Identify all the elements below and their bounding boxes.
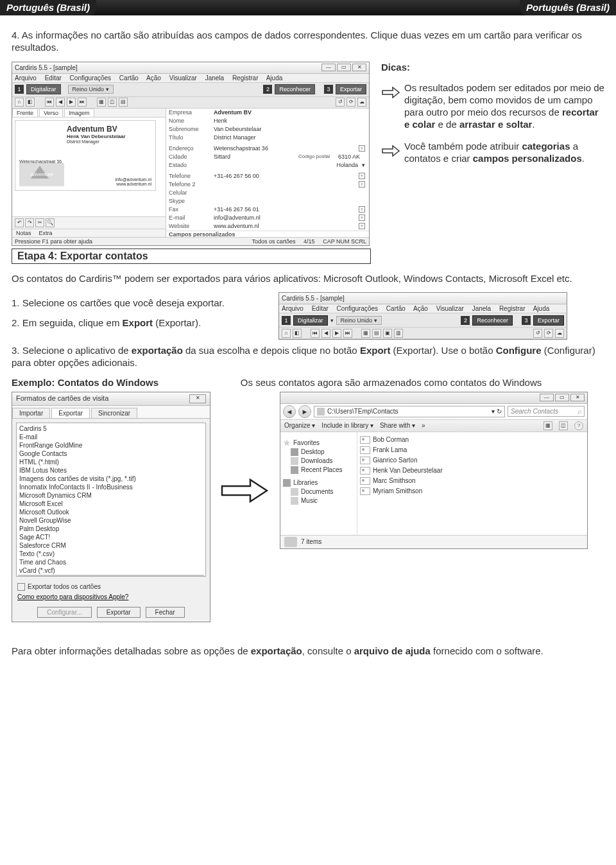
export-format-item[interactable]: Sage ACT! — [18, 533, 204, 541]
mini-menu-acao[interactable]: Ação — [413, 305, 428, 312]
tab-imagem[interactable]: Imagem — [64, 109, 94, 117]
nav-refresh-icon[interactable]: ↺ — [336, 98, 345, 107]
nav-vcard-icon[interactable]: ◫ — [108, 98, 117, 107]
nav-prev-icon[interactable]: ◀ — [56, 98, 65, 107]
export-format-item[interactable]: IBM Lotus Notes — [18, 466, 204, 475]
mini-nav-card-icon[interactable]: ▣ — [383, 329, 392, 338]
mini-nav-first-icon[interactable]: ⏮ — [311, 329, 320, 338]
export-format-item[interactable]: HTML (*.html) — [18, 458, 204, 466]
export-close-button[interactable]: ✕ — [189, 394, 206, 403]
country-dropdown[interactable]: Reino Unido ▾ — [68, 85, 114, 94]
menu-arquivo[interactable]: Arquivo — [15, 74, 37, 82]
nav-libraries[interactable]: Libraries — [293, 479, 318, 486]
card-tabs[interactable]: Frente Verso Imagem — [12, 109, 166, 118]
help-icon[interactable]: ? — [574, 421, 583, 430]
apple-export-link[interactable]: Como exporto para dispositivos Apple? — [17, 593, 205, 600]
nav-grid-icon[interactable]: ▦ — [97, 98, 106, 107]
export-format-item[interactable]: Innomatix InfoContacts II - InfoBusiness — [18, 483, 204, 491]
add-phone2-icon[interactable]: + — [359, 181, 365, 188]
val-codpostal[interactable]: 6310 AK — [338, 153, 369, 160]
nav-downloads[interactable]: Downloads — [301, 457, 332, 464]
mini-nav-last-icon[interactable]: ⏭ — [343, 329, 352, 338]
mini-menu-cartao[interactable]: Cartão — [386, 305, 406, 312]
nav-home-icon[interactable]: ⌂ — [15, 98, 24, 107]
mini-menu-config[interactable]: Configurações — [337, 305, 378, 312]
mini-menu-visualizar[interactable]: Visualizar — [436, 305, 464, 312]
menu-editar[interactable]: Editar — [45, 74, 62, 82]
add-phone-icon[interactable]: + — [359, 173, 365, 179]
view-options-icon[interactable]: ▦ — [543, 421, 552, 430]
breadcrumb[interactable]: C:\Users\TEmp\Contacts ▾ ↻ — [314, 406, 505, 417]
share-menu[interactable]: Share with ▾ — [380, 422, 415, 429]
menu-registrar[interactable]: Registrar — [232, 74, 259, 82]
exp-close-button[interactable]: ✕ — [570, 394, 585, 401]
menubar[interactable]: Arquivo Editar Configurações Cartão Ação… — [12, 74, 369, 83]
mini-nav-sync-icon[interactable]: ⟳ — [544, 329, 553, 338]
exp-maximize-button[interactable]: ▭ — [555, 394, 569, 401]
val-sobrenome[interactable]: Van Debeurstelaar — [211, 126, 369, 132]
export-format-item[interactable]: Windows Contacts — [18, 575, 204, 577]
mini-menu-ajuda[interactable]: Ajuda — [533, 305, 550, 312]
val-cidade[interactable]: Sittard — [211, 153, 293, 160]
tab-notas[interactable]: Notas — [12, 229, 35, 237]
mini-menu-arquivo[interactable]: Arquivo — [282, 305, 304, 312]
val-telefone[interactable]: +31-46 267 56 00 — [211, 173, 359, 179]
val-endereco[interactable]: Wetenschapstraat 36 — [211, 145, 359, 152]
menu-acao[interactable]: Ação — [146, 74, 161, 82]
val-nome[interactable]: Henk — [211, 118, 369, 124]
tab-frente[interactable]: Frente — [12, 109, 38, 117]
mini-nav-prev-icon[interactable]: ◀ — [321, 329, 330, 338]
nav-split-icon[interactable]: ◧ — [26, 98, 35, 107]
zoom-icon[interactable]: 🔍 — [46, 218, 55, 227]
contact-item[interactable]: Marc Smithson — [360, 476, 585, 486]
nav-desktop[interactable]: Desktop — [301, 448, 325, 455]
nav-cloud-icon[interactable]: ☁ — [357, 98, 366, 107]
export-format-item[interactable]: Time and Chaos — [18, 558, 204, 566]
menu-cartao[interactable]: Cartão — [119, 74, 139, 82]
export-format-list[interactable]: Cardiris 5E-mailFrontRange GoldMineGoogl… — [16, 423, 206, 577]
contact-item[interactable]: Myriam Smithson — [360, 486, 585, 496]
preview-pane-icon[interactable]: ◫ — [559, 421, 568, 430]
tab-exportar[interactable]: Exportar — [51, 408, 90, 418]
nav-detail-icon[interactable]: ▤ — [119, 98, 128, 107]
val-pais[interactable]: Holanda — [336, 162, 358, 168]
organize-menu[interactable]: Organize ▾ — [284, 422, 315, 429]
export-format-item[interactable]: Salesforce CRM — [18, 541, 204, 550]
export-format-item[interactable]: Google Contacts — [18, 450, 204, 458]
mini-nav-next-icon[interactable]: ▶ — [332, 329, 341, 338]
export-tabs[interactable]: Importar Exportar Sincronizar — [12, 406, 210, 419]
mini-nav-refresh-icon[interactable]: ↺ — [533, 329, 542, 338]
maximize-button[interactable]: ▭ — [337, 64, 351, 71]
nav-music[interactable]: Music — [301, 497, 318, 504]
nav-sync-icon[interactable]: ⟳ — [346, 98, 355, 107]
mini-reconhecer-button[interactable]: Reconhecer — [472, 315, 513, 326]
search-input[interactable]: Search Contacts ⌕ — [508, 406, 585, 417]
mini-menu-registrar[interactable]: Registrar — [499, 305, 526, 312]
add-address-icon[interactable]: + — [359, 145, 365, 152]
export-format-item[interactable]: Texto (*.csv) — [18, 550, 204, 558]
val-email[interactable]: info@adventum.nl — [211, 214, 359, 221]
mini-menu-janela[interactable]: Janela — [472, 305, 491, 312]
reconhecer-button[interactable]: Reconhecer — [275, 84, 315, 94]
mini-nav-split-icon[interactable]: ◧ — [293, 329, 302, 338]
menu-janela[interactable]: Janela — [205, 74, 224, 82]
nav-documents[interactable]: Documents — [301, 488, 334, 495]
export-button[interactable]: Exportar — [97, 607, 141, 618]
menu-visualizar[interactable]: Visualizar — [169, 74, 197, 82]
crop-icon[interactable]: ✂ — [35, 218, 44, 227]
digitalizar-button[interactable]: Digitalizar — [26, 84, 61, 94]
export-format-item[interactable]: E-mail — [18, 433, 204, 441]
export-format-item[interactable]: Imagens dos cartões de visita (*.jpg, *.… — [18, 475, 204, 483]
nav-next-icon[interactable]: ▶ — [67, 98, 76, 107]
configure-button[interactable]: Configurar... — [37, 607, 91, 618]
tab-extra[interactable]: Extra — [35, 229, 56, 237]
mini-menubar[interactable]: Arquivo Editar Configurações Cartão Ação… — [279, 304, 567, 313]
val-website[interactable]: www.adventum.nl — [211, 223, 359, 229]
nav-favorites[interactable]: Favorites — [293, 439, 320, 446]
mini-nav-home-icon[interactable]: ⌂ — [282, 329, 291, 338]
tab-importar[interactable]: Importar — [12, 408, 50, 418]
tab-verso[interactable]: Verso — [39, 109, 63, 117]
menu-ajuda[interactable]: Ajuda — [266, 74, 283, 82]
mini-digitalizar-button[interactable]: Digitalizar — [293, 315, 328, 326]
contact-item[interactable]: Gianrico Sarton — [360, 455, 585, 466]
